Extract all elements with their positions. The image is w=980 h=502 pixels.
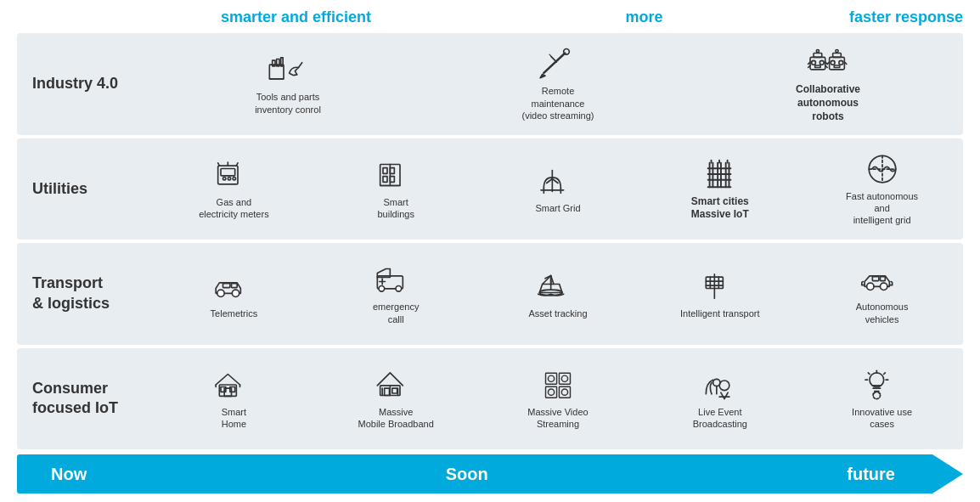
icon-emergency xyxy=(375,262,417,297)
cell-smart-cities: Smart cities Massive IoT xyxy=(673,153,767,225)
svg-rect-23 xyxy=(833,54,842,58)
row-label-industry40: Industry 4.0 xyxy=(17,74,153,93)
svg-rect-13 xyxy=(814,54,822,58)
svg-point-79 xyxy=(866,284,873,290)
icon-smart-grid xyxy=(537,163,579,199)
header-col1: smarter and efficient xyxy=(221,8,371,26)
cell-label-smart-cities: Smart cities Massive IoT xyxy=(691,195,749,222)
arrow-soon: Soon xyxy=(446,465,488,484)
cell-telemetrics: Telemetrics xyxy=(187,265,280,323)
icon-smart-home xyxy=(212,367,255,403)
svg-rect-98 xyxy=(559,386,570,398)
cell-label-telemetrics: Telemetrics xyxy=(211,307,258,319)
svg-point-69 xyxy=(396,286,402,292)
svg-point-10 xyxy=(812,61,816,65)
cell-label-tools-parts: Tools and parts inventory conrol xyxy=(255,91,321,116)
header-row: smarter and efficient more faster respon… xyxy=(17,8,963,33)
svg-point-101 xyxy=(548,389,554,395)
svg-point-30 xyxy=(228,177,231,179)
cell-live-event: Live Event Broadcasting xyxy=(673,364,767,434)
svg-point-14 xyxy=(816,50,819,53)
cell-innovative: Innovative use cases xyxy=(836,364,929,434)
cell-label-intelligent-transport: Intelligent transport xyxy=(680,307,760,319)
row-consumer-iot: Consumer focused IoT Smart Home Massive … xyxy=(17,348,963,450)
cell-label-remote-maintenance: Remote maintenance (video streaming) xyxy=(515,85,601,121)
cell-label-smart-home: Smart Home xyxy=(222,406,246,431)
main-container: smarter and efficient more faster respon… xyxy=(0,0,980,502)
cell-autonomous-vehicles: Autonomous vehicles xyxy=(836,258,929,329)
svg-rect-38 xyxy=(383,177,387,183)
arrow-labels: Now Soon future xyxy=(17,454,963,494)
icon-smart-buildings xyxy=(375,157,417,193)
icon-fast-autonomous xyxy=(861,151,904,187)
svg-point-64 xyxy=(233,290,239,296)
cell-label-collab-robots: Collaborative autonomous robots xyxy=(785,83,871,123)
cell-label-massive-mobile: Massive Mobile Broadband xyxy=(358,406,434,431)
row-label-transport: Transport & logistics xyxy=(17,274,153,313)
cell-smart-home: Smart Home xyxy=(187,364,280,434)
cell-emergency: emergency calll xyxy=(349,258,442,329)
svg-point-24 xyxy=(836,50,838,53)
svg-rect-28 xyxy=(221,168,235,175)
icon-intelligent-transport xyxy=(699,268,741,304)
icon-tools-parts xyxy=(267,52,309,87)
cell-label-smart-buildings: Smart buildings xyxy=(377,196,414,221)
svg-line-113 xyxy=(868,373,870,375)
icon-collab-robots xyxy=(807,44,849,80)
svg-point-80 xyxy=(880,284,887,290)
cell-label-gas-electricity: Gas and electricity meters xyxy=(199,196,269,221)
header-col3: faster response xyxy=(849,8,963,26)
cells-consumer-iot: Smart Home Massive Mobile Broadband Mass… xyxy=(153,364,963,434)
cell-massive-mobile: Massive Mobile Broadband xyxy=(349,364,442,434)
cell-label-fast-autonomous: Fast autonomous and intelligent grid xyxy=(839,190,926,227)
svg-line-112 xyxy=(883,373,885,375)
cell-remote-maintenance: Remote maintenance (video streaming) xyxy=(511,42,605,125)
icon-massive-video xyxy=(537,367,579,403)
svg-point-21 xyxy=(839,61,843,65)
cells-transport: Telemetrics emergency calll Asset tracki… xyxy=(153,258,963,329)
svg-rect-65 xyxy=(223,283,230,287)
svg-point-29 xyxy=(223,177,226,179)
cell-tools-parts: Tools and parts inventory conrol xyxy=(241,48,335,119)
svg-rect-97 xyxy=(546,386,557,398)
svg-rect-91 xyxy=(392,388,397,393)
cells-utilities: Gas and electricity meters Smart buildin… xyxy=(153,148,963,230)
icon-telemetrics xyxy=(212,268,255,304)
arrow-row: Now Soon future xyxy=(17,454,963,494)
cell-fast-autonomous: Fast autonomous and intelligent grid xyxy=(836,148,929,230)
svg-rect-90 xyxy=(385,388,390,395)
cell-label-emergency: emergency calll xyxy=(373,301,419,325)
svg-line-117 xyxy=(873,392,875,394)
icon-remote-maintenance xyxy=(537,46,579,82)
svg-rect-96 xyxy=(559,373,570,384)
svg-rect-66 xyxy=(232,283,238,287)
svg-rect-81 xyxy=(872,277,879,281)
icon-live-event xyxy=(699,367,741,403)
svg-line-5 xyxy=(544,54,565,73)
svg-rect-36 xyxy=(383,168,387,174)
cells-industry40: Tools and parts inventory conrol Remote … xyxy=(153,41,963,127)
icon-innovative xyxy=(861,367,904,403)
cell-label-innovative: Innovative use cases xyxy=(839,406,926,431)
icon-massive-mobile xyxy=(375,367,417,403)
icon-autonomous-vehicles xyxy=(861,262,904,297)
svg-point-105 xyxy=(719,381,729,391)
cell-label-smart-grid: Smart Grid xyxy=(535,202,580,214)
header-col2: more xyxy=(625,8,662,26)
svg-point-102 xyxy=(561,389,567,395)
svg-line-8 xyxy=(549,54,555,60)
svg-point-63 xyxy=(217,290,224,296)
arrow-now: Now xyxy=(51,465,87,484)
cell-asset-tracking: Asset tracking xyxy=(511,265,605,323)
cell-label-asset-tracking: Asset tracking xyxy=(528,307,587,319)
svg-point-6 xyxy=(564,49,570,55)
svg-rect-82 xyxy=(880,277,885,281)
row-utilities: Utilities Gas and electricity meters Sma… xyxy=(17,138,963,240)
cell-intelligent-transport: Intelligent transport xyxy=(673,265,767,323)
svg-rect-22 xyxy=(834,65,839,67)
row-transport: Transport & logistics Telemetrics emerge… xyxy=(17,243,963,345)
cell-label-live-event: Live Event Broadcasting xyxy=(693,406,747,431)
cell-smart-grid: Smart Grid xyxy=(511,160,605,217)
svg-point-31 xyxy=(234,177,236,179)
row-industry40: Industry 4.0 Tools and parts inventory c… xyxy=(17,33,963,135)
